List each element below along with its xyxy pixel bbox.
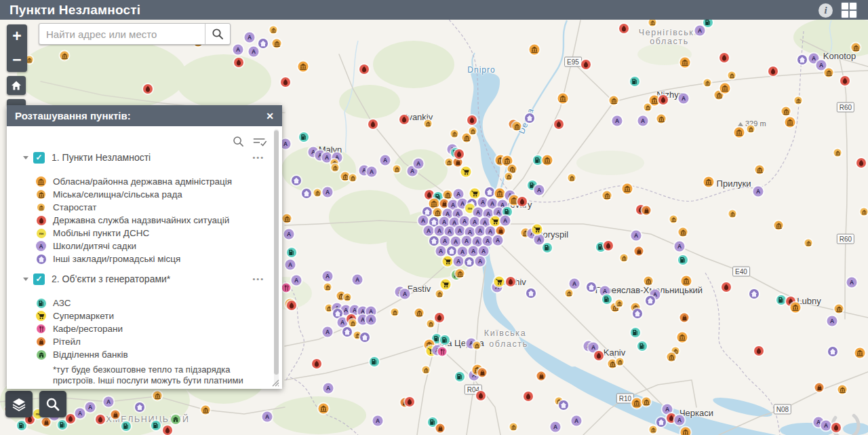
resize-handle-icon[interactable] <box>272 379 279 387</box>
map-marker-school[interactable] <box>821 421 831 431</box>
map-marker-school[interactable] <box>638 116 648 126</box>
map-marker-dsns[interactable] <box>831 423 841 432</box>
map-marker-dsns[interactable] <box>435 313 444 322</box>
layer-menu-icon[interactable]: ••• <box>252 275 264 283</box>
map-marker-school[interactable] <box>675 415 685 425</box>
map-marker-dsns[interactable] <box>287 301 296 310</box>
map-marker-retail[interactable] <box>496 227 505 235</box>
map-marker-azs[interactable] <box>299 132 309 142</box>
map-marker-school[interactable] <box>454 189 464 200</box>
map-marker-school[interactable] <box>551 422 561 432</box>
map-marker-starostat[interactable] <box>644 104 652 111</box>
map-marker-school[interactable] <box>75 409 85 419</box>
map-marker-school[interactable] <box>695 26 705 36</box>
map-marker-starostat[interactable] <box>391 309 399 316</box>
map-marker-starostat[interactable] <box>649 19 656 26</box>
map-marker-school[interactable] <box>366 315 376 325</box>
map-marker-admin[interactable] <box>495 189 505 199</box>
map-marker-school[interactable] <box>262 412 273 422</box>
map-marker-rada[interactable] <box>825 69 833 77</box>
map-marker-rada[interactable] <box>201 406 210 415</box>
map-marker-starostat[interactable] <box>473 342 481 349</box>
map-marker-rada[interactable] <box>273 39 281 48</box>
map-marker-school[interactable] <box>445 227 455 237</box>
map-marker-azs[interactable] <box>17 421 26 430</box>
map-marker-other-place[interactable] <box>360 333 370 342</box>
map-marker-other-place[interactable] <box>828 347 837 356</box>
map-marker-starostat[interactable] <box>566 290 573 297</box>
map-marker-school[interactable] <box>323 383 334 394</box>
map-marker-dsns[interactable] <box>768 67 778 76</box>
map-marker-admin[interactable] <box>542 155 553 166</box>
map-marker-school[interactable] <box>323 271 333 282</box>
map-marker-school[interactable] <box>440 236 450 246</box>
map-marker-dsns[interactable] <box>754 346 764 356</box>
map-marker-azs[interactable] <box>542 243 552 252</box>
map-marker-admin[interactable] <box>855 348 865 358</box>
map-marker-dsns[interactable] <box>581 60 591 69</box>
map-marker-other-place[interactable] <box>258 39 268 48</box>
map-marker-school[interactable] <box>475 257 486 267</box>
map-marker-rada[interactable] <box>679 228 688 237</box>
map-marker-admin[interactable] <box>734 128 745 138</box>
map-marker-dsns[interactable] <box>368 119 378 129</box>
legend-layer-row[interactable]: ✓1. Пункти Незламності••• <box>23 149 282 166</box>
map-marker-retail[interactable] <box>537 372 546 381</box>
map-marker-starostat[interactable] <box>616 358 624 366</box>
map-marker-admin[interactable] <box>429 199 439 209</box>
map-marker-rada[interactable] <box>341 172 350 181</box>
map-marker-other-place[interactable] <box>526 288 536 298</box>
layer-menu-icon[interactable]: ••• <box>252 153 264 162</box>
map-marker-other-place[interactable] <box>646 296 655 305</box>
map-marker-school[interactable] <box>85 402 96 413</box>
map-marker-starostat[interactable] <box>270 26 277 34</box>
home-button[interactable] <box>7 76 26 95</box>
map-marker-supermarket[interactable] <box>470 189 480 199</box>
map-marker-admin[interactable] <box>785 117 795 128</box>
map-marker-supermarket[interactable] <box>461 167 471 177</box>
map-marker-school[interactable] <box>323 187 333 197</box>
apps-grid-icon[interactable] <box>841 2 857 18</box>
map-marker-other-place[interactable] <box>302 189 311 198</box>
map-marker-admin[interactable] <box>681 428 691 435</box>
map-marker-admin[interactable] <box>720 83 730 94</box>
map-marker-school[interactable] <box>454 257 464 267</box>
map-marker-school[interactable] <box>631 231 642 241</box>
map-marker-school[interactable] <box>460 216 470 227</box>
map-marker-dsns[interactable] <box>719 53 729 62</box>
map-marker-rada[interactable] <box>852 43 861 52</box>
map-marker-supermarket[interactable] <box>490 216 500 227</box>
zoom-in-button[interactable]: + <box>7 24 27 48</box>
map-marker-rada[interactable] <box>755 166 764 174</box>
map-marker-dsns[interactable] <box>658 95 668 105</box>
map-marker-rada[interactable] <box>513 122 521 131</box>
map-marker-dsns[interactable] <box>359 64 369 74</box>
map-marker-school[interactable] <box>249 47 259 57</box>
map-marker-starostat[interactable] <box>469 128 477 135</box>
map-marker-school[interactable] <box>475 226 486 236</box>
map-marker-rada[interactable] <box>433 208 442 217</box>
map-marker-admin[interactable] <box>530 45 540 55</box>
map-marker-other-place[interactable] <box>429 236 439 246</box>
map-marker-starostat[interactable] <box>650 426 657 434</box>
map-marker-school[interactable] <box>612 116 623 126</box>
map-marker-other-place[interactable] <box>447 246 456 256</box>
map-marker-starostat[interactable] <box>568 174 576 182</box>
map-marker-admin[interactable] <box>704 177 714 187</box>
map-marker-school[interactable] <box>245 33 255 43</box>
map-marker-retail[interactable] <box>680 314 689 322</box>
map-marker-school[interactable] <box>353 275 363 285</box>
map-marker-azs[interactable] <box>631 328 640 337</box>
search-input[interactable] <box>39 29 205 40</box>
map-marker-other-place[interactable] <box>465 257 474 267</box>
map-marker-azs[interactable] <box>151 421 161 430</box>
map-marker-other-place[interactable] <box>292 176 301 185</box>
map-marker-starostat[interactable] <box>747 126 755 133</box>
map-marker-other-place[interactable] <box>135 402 144 412</box>
map-marker-school[interactable] <box>414 159 424 169</box>
map-marker-starostat[interactable] <box>505 173 513 181</box>
map-marker-retail[interactable] <box>642 206 651 215</box>
map-marker-school[interactable] <box>400 289 410 299</box>
map-marker-admin[interactable] <box>791 303 801 313</box>
map-marker-school[interactable] <box>486 227 496 237</box>
